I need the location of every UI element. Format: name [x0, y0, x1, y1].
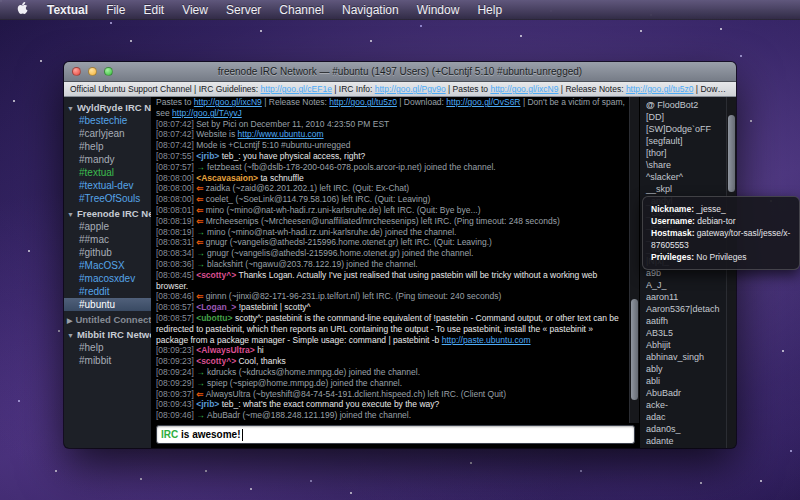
chat-message: [08:08:36] → blackshirt (~ngawu@203.78.1…	[156, 259, 625, 270]
message-input[interactable]: IRC is awesome!	[156, 425, 635, 444]
user-list-item[interactable]: AbuBadr	[640, 387, 726, 399]
userlist-panel: @ FloodBot2[DD][SW]Dodge`oFF[segfault][t…	[639, 97, 736, 448]
channel-item[interactable]: #carlyjean	[64, 127, 151, 140]
menu-item-textual[interactable]: Textual	[38, 0, 97, 20]
user-list-item[interactable]: Abhijit	[640, 339, 726, 351]
nickname[interactable]: <scotty^>	[196, 270, 238, 280]
leave-arrow-icon: ⇐	[196, 389, 205, 399]
close-button[interactable]	[72, 67, 81, 76]
user-list-item[interactable]: ably	[640, 363, 726, 375]
menu-item-view[interactable]: View	[173, 0, 217, 20]
disclosure-open-icon[interactable]: ▼	[67, 332, 74, 339]
chat-message: [08:07:42] Set by Pici on December 11, 2…	[156, 119, 625, 130]
link[interactable]: http://goo.gl/ixcN9	[490, 84, 558, 94]
user-list-item[interactable]: __skpl	[640, 183, 726, 195]
nickname[interactable]: <jrib>	[196, 151, 222, 161]
chat-scrollbar-thumb[interactable]	[631, 299, 638, 400]
disclosure-open-icon[interactable]: ▼	[67, 105, 74, 112]
channel-item[interactable]: #reddit	[64, 285, 151, 298]
user-list-item[interactable]: [thor]	[640, 147, 726, 159]
link[interactable]: http://goo.gl/Pgv9o	[375, 84, 446, 94]
link[interactable]: http://goo.gl/ixcN9	[194, 97, 262, 107]
link[interactable]: http://goo.gl/tu5z0	[626, 84, 694, 94]
nickname[interactable]: <scotty^>	[196, 356, 238, 366]
zoom-button[interactable]	[104, 67, 113, 76]
menu-item-help[interactable]: Help	[468, 0, 511, 20]
network-group-label: Freenode IRC Network	[77, 208, 151, 219]
user-list-item[interactable]: aatifh	[640, 315, 726, 327]
timestamp: [08:07:42]	[156, 129, 196, 139]
channel-item[interactable]: #help	[64, 341, 151, 354]
link[interactable]: http://goo.gl/TAyvJ	[172, 108, 242, 118]
network-group-header[interactable]: ▶Untitled Connection	[64, 311, 151, 326]
channel-item[interactable]: #github	[64, 246, 151, 259]
user-list-item[interactable]: \share	[640, 159, 726, 171]
user-list-item[interactable]: ^slacker^	[640, 171, 726, 183]
nickname[interactable]: <jrib>	[196, 399, 222, 409]
menu-item-navigation[interactable]: Navigation	[333, 0, 408, 20]
nickname[interactable]: <Ascavasaion>	[196, 173, 260, 183]
user-list-item[interactable]: [SW]Dodge`oFF	[640, 123, 726, 135]
join-arrow-icon: →	[196, 259, 207, 269]
user-list-item[interactable]: adante	[640, 435, 726, 447]
apple-menu[interactable]	[8, 0, 38, 20]
timestamp: [08:08:00]	[156, 173, 196, 183]
nickname[interactable]: <ubottu>	[196, 313, 235, 323]
link[interactable]: http://paste.ubuntu.com	[442, 335, 531, 345]
user-list-item[interactable]: acke-	[640, 399, 726, 411]
menu-item-file[interactable]: File	[97, 0, 134, 20]
channel-item[interactable]: ##mac	[64, 233, 151, 246]
user-list-item[interactable]: aaron11	[640, 291, 726, 303]
chat-message: [08:08:57] <Logan_> !pastebinit | scotty…	[156, 302, 625, 313]
channel-item[interactable]: #TreeOfSouls	[64, 192, 151, 205]
menu-item-window[interactable]: Window	[408, 0, 469, 20]
user-list-item[interactable]: Aaron5367|detach	[640, 303, 726, 315]
disclosure-collapsed-icon[interactable]: ▶	[67, 317, 72, 324]
network-group-header[interactable]: ▼Freenode IRC Network	[64, 205, 151, 220]
disclosure-open-icon[interactable]: ▼	[67, 211, 74, 218]
user-list-item[interactable]: abli	[640, 375, 726, 387]
event-text: Mrcheesenips (~Mrcheesen@unaffiliated/mr…	[206, 216, 560, 226]
channel-item[interactable]: #MacOSX	[64, 259, 151, 272]
user-list-item[interactable]: abhinav_singh	[640, 351, 726, 363]
user-list-item[interactable]: [DD]	[640, 111, 726, 123]
channel-sidebar: ▼WyldRyde IRC Network#bestechie#carlyjea…	[64, 97, 152, 448]
user-list-item[interactable]: AB3L5	[640, 327, 726, 339]
channel-item[interactable]: #mibbit	[64, 354, 151, 367]
network-group-header[interactable]: ▼WyldRyde IRC Network	[64, 99, 151, 114]
link[interactable]: http://goo.gl/OvS6R	[446, 97, 520, 107]
menu-item-server[interactable]: Server	[217, 0, 270, 20]
network-group-header[interactable]: ▼Mibbit IRC Network	[64, 326, 151, 341]
user-list-item[interactable]: @ FloodBot2	[640, 99, 726, 111]
timestamp: [08:09:23]	[156, 356, 196, 366]
link[interactable]: http://goo.gl/tu5z0	[329, 97, 397, 107]
menu-item-channel[interactable]: Channel	[270, 0, 333, 20]
channel-item[interactable]: #bestechie	[64, 114, 151, 127]
nickname[interactable]: <AlwaysUltra>	[196, 345, 257, 355]
user-list-item[interactable]: A_J_	[640, 279, 726, 291]
user-list-item[interactable]: adac	[640, 411, 726, 423]
user-list-item[interactable]: adan0s_	[640, 423, 726, 435]
channel-item[interactable]: #apple	[64, 220, 151, 233]
channel-item[interactable]: #mandy	[64, 153, 151, 166]
timestamp: [08:08:46]	[156, 291, 196, 301]
channel-item[interactable]: #macosxdev	[64, 272, 151, 285]
chat-message: [08:08:46] ⇐ ginnn (~jinxi@82-171-96-231…	[156, 291, 625, 302]
window-title: freenode IRC Network — #ubuntu (1497 Use…	[64, 66, 736, 77]
user-list-item[interactable]: [segfault]	[640, 135, 726, 147]
userlist-scrollbar[interactable]	[726, 97, 736, 448]
userlist-scrollbar-thumb[interactable]	[728, 115, 735, 192]
link[interactable]: http://www.ubuntu.com	[238, 129, 324, 139]
chat-scrollbar[interactable]	[629, 97, 639, 423]
message-text: hi	[257, 345, 264, 355]
menu-item-edit[interactable]: Edit	[134, 0, 173, 20]
nickname[interactable]: <Logan_>	[196, 302, 239, 312]
link[interactable]: http://goo.gl/cEF1e	[261, 84, 332, 94]
channel-item[interactable]: #textual	[64, 166, 151, 179]
window-titlebar[interactable]: freenode IRC Network — #ubuntu (1497 Use…	[64, 62, 736, 82]
minimize-button[interactable]	[88, 67, 97, 76]
channel-item[interactable]: #textual-dev	[64, 179, 151, 192]
channel-item[interactable]: #help	[64, 140, 151, 153]
textual-window: freenode IRC Network — #ubuntu (1497 Use…	[64, 62, 736, 448]
channel-item[interactable]: #ubuntu	[64, 298, 151, 311]
